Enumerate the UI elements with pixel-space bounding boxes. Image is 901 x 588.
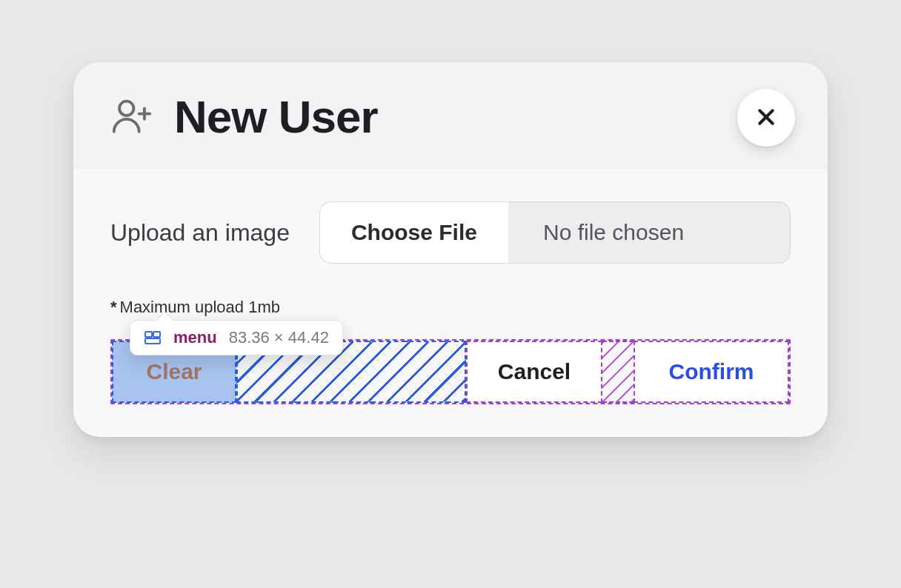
choose-file-button[interactable]: Choose File: [320, 202, 509, 263]
dialog-header: New User: [73, 62, 828, 168]
svg-point-0: [119, 101, 133, 115]
required-asterisk: *: [110, 298, 117, 316]
new-user-dialog: New User Upload an image Choose File No …: [73, 62, 828, 437]
close-icon: [755, 106, 777, 130]
file-status-text: No file chosen: [509, 202, 790, 263]
svg-rect-6: [153, 332, 160, 337]
confirm-button[interactable]: Confirm: [634, 341, 789, 403]
flex-gap: [602, 341, 634, 403]
devtools-tooltip: menu 83.36 × 44.42: [130, 320, 343, 355]
dialog-body: Upload an image Choose File No file chos…: [73, 168, 828, 339]
flex-icon: [144, 329, 162, 347]
file-input-group: Choose File No file chosen: [319, 201, 791, 264]
upload-row: Upload an image Choose File No file chos…: [110, 201, 791, 264]
tooltip-element-name: menu: [173, 328, 217, 347]
cancel-button[interactable]: Cancel: [466, 341, 602, 403]
dialog-title: New User: [174, 90, 378, 143]
upload-helper-text: *Maximum upload 1mb menu 83.36 × 44.42: [110, 298, 791, 324]
svg-rect-5: [145, 332, 152, 337]
close-button[interactable]: [737, 89, 795, 147]
upload-label: Upload an image: [110, 219, 290, 247]
user-plus-icon: [110, 94, 153, 140]
svg-rect-7: [145, 338, 160, 344]
tooltip-dimensions: 83.36 × 44.42: [229, 328, 329, 347]
